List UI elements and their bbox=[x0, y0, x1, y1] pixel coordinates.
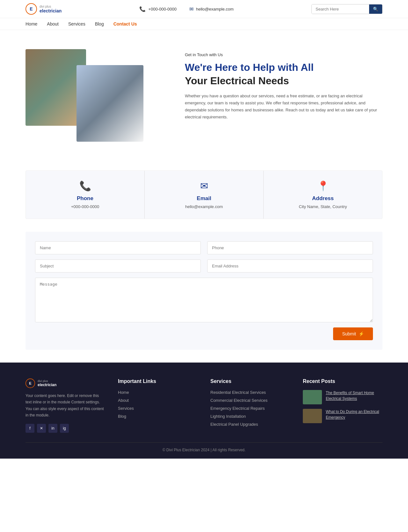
contact-cards: 📞 Phone +000-000-0000 ✉ Email hello@exam… bbox=[26, 170, 382, 219]
address-card-detail: City Name, State, Country bbox=[299, 204, 347, 209]
social-linkedin[interactable]: in bbox=[48, 424, 57, 433]
footer-logo-icon: E bbox=[26, 378, 35, 388]
post-thumb-2 bbox=[303, 409, 322, 423]
name-input[interactable] bbox=[35, 241, 201, 254]
footer-logo: E divi plus electrician bbox=[26, 378, 105, 388]
hero-content: Get in Touch with Us We're Here to Help … bbox=[185, 49, 382, 121]
post-title-2[interactable]: What to Do During an Electrical Emergenc… bbox=[326, 409, 382, 420]
social-x[interactable]: ✕ bbox=[37, 424, 46, 433]
logo-line2: electrician bbox=[40, 8, 62, 13]
message-input[interactable] bbox=[35, 278, 373, 322]
footer-services-col: Services Residential Electrical Services… bbox=[210, 378, 290, 433]
phone-card-detail: +000-000-0000 bbox=[71, 204, 99, 209]
footer: E divi plus electrician Your content goe… bbox=[0, 363, 408, 459]
footer-socials: f ✕ in ig bbox=[26, 424, 105, 433]
recent-post-1: The Benefits of Smart Home Electrical Sy… bbox=[303, 390, 382, 404]
search-button[interactable]: 🔍 bbox=[369, 4, 382, 14]
footer-links-col: Important Links Home About Services Blog bbox=[118, 378, 198, 433]
phone-icon: 📞 bbox=[139, 6, 146, 12]
recent-post-2: What to Do During an Electrical Emergenc… bbox=[303, 409, 382, 423]
hero-section: Get in Touch with Us We're Here to Help … bbox=[0, 30, 408, 164]
email-card-detail: hello@example.com bbox=[185, 204, 223, 209]
post-thumb-1 bbox=[303, 390, 322, 404]
footer-logo-line2: electrician bbox=[38, 383, 56, 387]
submit-label: Submit bbox=[342, 331, 356, 336]
address-card-title: Address bbox=[312, 195, 334, 202]
hero-title-black-prefix: Your bbox=[185, 75, 208, 86]
nav-contact[interactable]: Contact Us bbox=[113, 21, 137, 26]
post-title-1[interactable]: The Benefits of Smart Home Electrical Sy… bbox=[326, 390, 382, 401]
logo-line1: divi plus bbox=[40, 5, 62, 8]
phone-card-icon: 📞 bbox=[79, 180, 91, 191]
footer-link-about[interactable]: About bbox=[118, 398, 198, 403]
copyright-text: © Divi Plus Electrician 2024 | All right… bbox=[163, 448, 246, 452]
form-row-1 bbox=[35, 241, 373, 254]
header: E divi plus electrician 📞 +000-000-0000 … bbox=[0, 0, 408, 18]
phone-card-title: Phone bbox=[77, 195, 93, 202]
contact-card-address: 📍 Address City Name, State, Country bbox=[264, 171, 382, 219]
logo-icon: E bbox=[26, 3, 37, 15]
email-input[interactable] bbox=[207, 259, 373, 273]
footer-service-residential[interactable]: Residential Electrical Services bbox=[210, 390, 290, 395]
form-row-2 bbox=[35, 259, 373, 273]
footer-bottom: © Divi Plus Electrician 2024 | All right… bbox=[26, 442, 382, 452]
hero-title-blue: We're Here to Help with All bbox=[185, 62, 314, 73]
svg-text:E: E bbox=[30, 6, 33, 11]
hero-image-2 bbox=[76, 65, 143, 142]
form-row-3 bbox=[35, 278, 373, 322]
footer-services-title: Services bbox=[210, 378, 290, 384]
phone-input[interactable] bbox=[207, 241, 373, 254]
email-card-title: Email bbox=[197, 195, 211, 202]
subject-input[interactable] bbox=[35, 259, 201, 273]
footer-service-panel[interactable]: Electrical Panel Upgrades bbox=[210, 422, 290, 427]
footer-description: Your content goes here. Edit or remove t… bbox=[26, 393, 105, 419]
contact-card-phone: 📞 Phone +000-000-0000 bbox=[26, 171, 145, 219]
social-instagram[interactable]: ig bbox=[60, 424, 69, 433]
header-contact: 📞 +000-000-0000 ✉ hello@example.com bbox=[139, 6, 234, 12]
email-card-icon: ✉ bbox=[200, 180, 208, 191]
nav-services[interactable]: Services bbox=[68, 21, 85, 26]
contact-card-email: ✉ Email hello@example.com bbox=[145, 171, 264, 219]
footer-posts-col: Recent Posts The Benefits of Smart Home … bbox=[303, 378, 382, 433]
footer-link-blog[interactable]: Blog bbox=[118, 414, 198, 419]
hero-title-black-suffix: Electrical Needs bbox=[210, 75, 289, 86]
footer-service-lighting[interactable]: Lighting Installation bbox=[210, 414, 290, 419]
footer-posts-title: Recent Posts bbox=[303, 378, 382, 384]
navigation: Home About Services Blog Contact Us bbox=[0, 18, 408, 30]
footer-grid: E divi plus electrician Your content goe… bbox=[26, 378, 382, 433]
footer-service-emergency[interactable]: Emergency Electrical Repairs bbox=[210, 406, 290, 411]
search-input[interactable] bbox=[312, 4, 369, 14]
hero-title: We're Here to Help with All Your Electri… bbox=[185, 61, 382, 87]
hero-images bbox=[26, 49, 172, 145]
email-address: hello@example.com bbox=[196, 7, 234, 11]
submit-icon: ⚡ bbox=[359, 331, 364, 336]
logo-area: E divi plus electrician bbox=[26, 3, 62, 15]
email-icon: ✉ bbox=[189, 6, 193, 12]
contact-form-section: Submit ⚡ bbox=[26, 232, 382, 350]
phone-number: +000-000-0000 bbox=[148, 7, 177, 11]
form-submit-area: Submit ⚡ bbox=[35, 327, 373, 340]
address-card-icon: 📍 bbox=[317, 180, 329, 191]
hero-description: Whether you have a question about our se… bbox=[185, 93, 382, 121]
footer-links-title: Important Links bbox=[118, 378, 198, 384]
hero-subtitle: Get in Touch with Us bbox=[185, 52, 382, 57]
contact-form: Submit ⚡ bbox=[35, 241, 373, 340]
submit-button[interactable]: Submit ⚡ bbox=[333, 327, 373, 340]
footer-link-services[interactable]: Services bbox=[118, 406, 198, 411]
footer-logo-line1: divi plus bbox=[38, 379, 56, 383]
social-facebook[interactable]: f bbox=[26, 424, 34, 433]
nav-blog[interactable]: Blog bbox=[95, 21, 104, 26]
nav-about[interactable]: About bbox=[47, 21, 59, 26]
svg-text:E: E bbox=[29, 381, 32, 385]
nav-home[interactable]: Home bbox=[26, 21, 37, 26]
footer-service-commercial[interactable]: Commercial Electrical Services bbox=[210, 398, 290, 403]
search-area: 🔍 bbox=[311, 4, 382, 14]
phone-contact: 📞 +000-000-0000 bbox=[139, 6, 177, 12]
footer-brand-col: E divi plus electrician Your content goe… bbox=[26, 378, 105, 433]
footer-link-home[interactable]: Home bbox=[118, 390, 198, 395]
email-contact: ✉ hello@example.com bbox=[189, 6, 234, 12]
